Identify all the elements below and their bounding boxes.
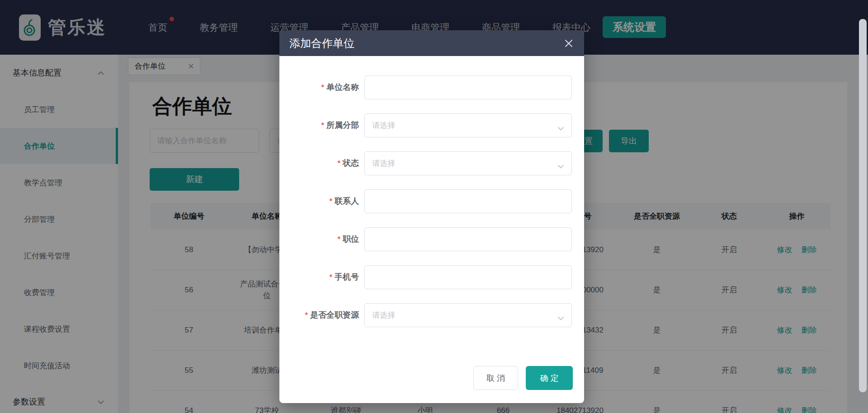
select-placeholder: 请选择 [372, 310, 395, 320]
select-placeholder: 请选择 [372, 120, 395, 131]
form-row: *所属分部 请选择 [279, 113, 584, 137]
select-placeholder: 请选择 [372, 158, 395, 169]
required-asterisk: * [321, 121, 324, 130]
form-row: *单位名称 [279, 75, 584, 99]
required-asterisk: * [337, 235, 340, 244]
page-scrollbar-thumb[interactable] [859, 19, 867, 392]
form-text-input[interactable] [364, 189, 572, 213]
form-select[interactable]: 请选择 [364, 113, 572, 137]
form-row: *是否全职资源 请选择 [279, 303, 584, 327]
form-text-input[interactable] [364, 265, 572, 289]
required-asterisk: * [329, 273, 332, 282]
chevron-down-icon [557, 162, 564, 171]
form-text-input[interactable] [364, 75, 572, 99]
form-label: *状态 [279, 151, 359, 175]
form-label: *所属分部 [279, 113, 359, 137]
form-select[interactable]: 请选择 [364, 303, 572, 327]
required-asterisk: * [337, 159, 340, 168]
form-row: *手机号 [279, 265, 584, 289]
modal-header: 添加合作单位 [279, 30, 584, 56]
form-text-input[interactable] [364, 227, 572, 251]
form-label: *是否全职资源 [279, 303, 359, 327]
app-window: 管乐迷 首页 教务管理 运营管理 产品管 [0, 0, 868, 413]
chevron-down-icon [557, 314, 564, 323]
modal-title: 添加合作单位 [289, 36, 354, 51]
form-row: *状态 请选择 [279, 151, 584, 175]
cancel-button[interactable]: 取 消 [473, 366, 518, 390]
required-asterisk: * [329, 197, 332, 206]
required-asterisk: * [305, 311, 308, 319]
close-icon[interactable] [563, 38, 574, 49]
form-row: *职位 [279, 227, 584, 251]
add-partner-unit-modal: 添加合作单位 *单位名称 *所属分部 [279, 30, 584, 403]
form-row: *联系人 [279, 189, 584, 213]
form-label: *手机号 [279, 265, 359, 289]
form-label: *职位 [279, 227, 359, 251]
form-label: *联系人 [279, 189, 359, 213]
chevron-down-icon [557, 124, 564, 133]
form-label: *单位名称 [279, 75, 359, 99]
required-asterisk: * [321, 83, 324, 92]
form-select[interactable]: 请选择 [364, 151, 572, 175]
confirm-button[interactable]: 确 定 [526, 366, 573, 390]
